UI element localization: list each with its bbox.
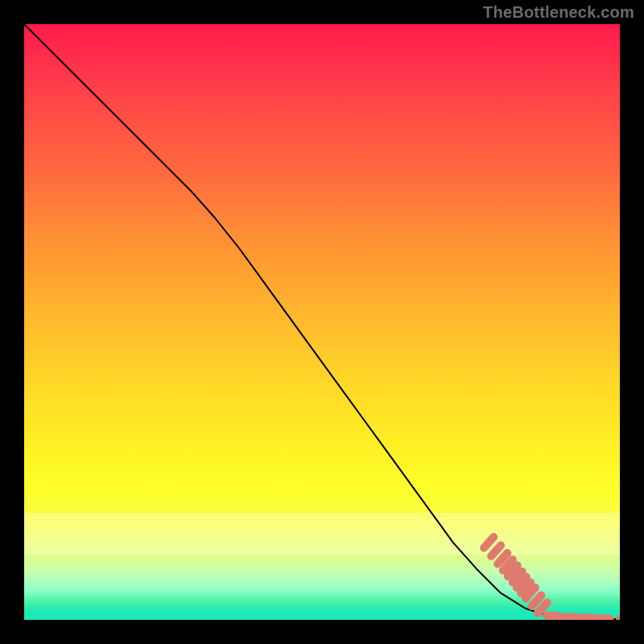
plot-area [24,24,620,620]
watermark-text: TheBottleneck.com [483,3,634,22]
marker-floor [617,616,621,620]
chart-frame: TheBottleneck.com [0,0,644,644]
bottleneck-curve [24,24,620,619]
marker-diagonal [531,596,541,606]
marker-diagonal [484,537,493,547]
chart-svg [24,24,620,620]
data-markers [484,537,620,620]
marker-diagonal [491,546,501,556]
